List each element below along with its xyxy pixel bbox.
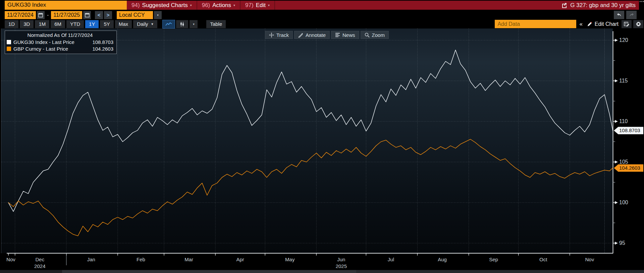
news-lines-icon [335, 33, 340, 37]
zoom-magnifier-icon [365, 33, 370, 38]
prev-period-button[interactable]: < [95, 11, 103, 19]
y-tick-arrow-icon [615, 242, 618, 245]
currency-select[interactable]: Local CCY [117, 11, 153, 19]
track-button[interactable]: Track [265, 31, 293, 39]
x-month-label: Jun [337, 257, 345, 262]
price-chart[interactable]: 95100105110115120NovDec2024JanFebMarAprM… [0, 29, 644, 270]
legend-row-gukg30[interactable]: GUKG30 Index - Last Price 108.8703 [7, 39, 113, 45]
range-btn-max[interactable]: Max [115, 20, 132, 28]
drag-handle-icon[interactable] [640, 1, 644, 2]
menu-label: Actions [212, 2, 231, 9]
range-btn-1y[interactable]: 1Y [85, 20, 99, 28]
x-month-label: Aug [438, 257, 447, 262]
range-btn-6m[interactable]: 6M [51, 20, 65, 28]
chart-type-dropdown-button[interactable]: ▾ [190, 20, 198, 28]
external-window-icon[interactable] [561, 2, 567, 8]
date-from-input[interactable]: 11/27/2024 [5, 11, 36, 19]
legend-row-gbp[interactable]: GBP Curncy - Last Price 104.2603 [7, 45, 113, 52]
chart-legend: Normalized As Of 11/27/2024 GUKG30 Index… [5, 31, 117, 54]
period-label: Daily [137, 20, 148, 28]
calendar-icon[interactable] [37, 11, 45, 19]
chevron-down-icon: ▾ [233, 3, 235, 7]
x-month-label: May [285, 257, 295, 262]
menu-number: 94) [131, 2, 140, 9]
price-flag-label: 104.2603 [619, 165, 640, 171]
legend-value: 108.8703 [92, 39, 113, 45]
candle-chart-type-button[interactable] [176, 20, 188, 28]
x-month-label: Nov [6, 257, 15, 262]
menu-strip: 94) Suggested Charts ▾ 96) Actions ▾ 97)… [127, 1, 639, 10]
range-btn-ytd[interactable]: YTD [66, 20, 84, 28]
range-btn-1m[interactable]: 1M [35, 20, 49, 28]
gear-icon[interactable] [633, 20, 643, 28]
next-period-button[interactable]: > [104, 11, 112, 19]
annotate-pencil-icon [298, 33, 303, 38]
chevron-down-icon: ▼ [151, 20, 154, 28]
menu-number: 97) [245, 2, 254, 9]
collapse-panel-button[interactable]: « [578, 21, 584, 28]
tool-label: News [342, 32, 355, 38]
legend-value: 104.2603 [92, 46, 113, 52]
redo-button[interactable] [626, 11, 637, 19]
ticker-input[interactable]: GUKG30 Index [5, 1, 127, 10]
chart-tools-strip: Track Annotate News Zoom [265, 31, 389, 39]
add-data-input[interactable]: Add Data [495, 20, 576, 28]
track-crosshair-icon [269, 33, 274, 38]
news-button[interactable]: News [331, 31, 359, 39]
y-tick-arrow-icon [615, 161, 618, 164]
x-month-label: Mar [184, 257, 193, 262]
menu-edit[interactable]: 97) Edit ▾ [240, 1, 275, 10]
annotate-button[interactable]: Annotate [294, 31, 330, 39]
y-tick-arrow-icon [615, 79, 618, 83]
y-tick-label: 95 [619, 240, 625, 246]
chevron-down-icon: ▾ [268, 3, 270, 7]
pencil-icon [587, 21, 592, 27]
edit-chart-label: Edit Chart [595, 21, 619, 27]
range-btn-5y[interactable]: 5Y [100, 20, 113, 28]
menu-actions[interactable]: 96) Actions ▾ [197, 1, 240, 10]
y-tick-arrow-icon [615, 201, 618, 204]
y-tick-label: 115 [619, 78, 628, 84]
table-button[interactable]: Table [206, 20, 226, 28]
menu-number: 96) [202, 2, 210, 9]
gukg30-swatch-icon [7, 40, 11, 44]
y-tick-arrow-icon [615, 120, 618, 123]
date-range-row: 11/27/2024 - 11/27/2025 < > Local CCY ▾ [0, 11, 644, 19]
y-tick-label: 100 [619, 200, 628, 205]
y-tick-label: 105 [619, 159, 628, 165]
x-month-label: Dec [35, 257, 44, 262]
menu-label: Suggested Charts [142, 2, 188, 9]
date-to-input[interactable]: 11/27/2025 [51, 11, 82, 19]
menu-label: Edit [256, 2, 266, 9]
chart-settings-note-icon[interactable] [622, 20, 632, 28]
calendar-icon[interactable] [83, 11, 91, 19]
range-btn-3d[interactable]: 3D [20, 20, 34, 28]
date-separator: - [46, 12, 50, 18]
tool-label: Zoom [372, 32, 385, 38]
period-select[interactable]: Daily ▼ [133, 20, 157, 28]
chevron-down-icon: ▾ [190, 3, 192, 7]
range-btn-1d[interactable]: 1D [5, 20, 18, 28]
line-chart-type-button[interactable] [163, 20, 175, 28]
chart-toolbar-row: 1D 3D 1M 6M YTD 1Y 5Y Max Daily ▼ ▾ Tabl… [0, 20, 644, 29]
tool-label: Track [276, 32, 289, 38]
chart-panel: 95100105110115120NovDec2024JanFebMarAprM… [0, 29, 644, 273]
x-year-label: 2024 [34, 263, 45, 269]
top-menu-bar: GUKG30 Index 94) Suggested Charts ▾ 96) … [0, 1, 644, 10]
page-title: G 327: gbp and 30 yr gilts [570, 2, 636, 9]
y-tick-arrow-icon [615, 39, 618, 42]
edit-chart-button[interactable]: Edit Chart [586, 21, 620, 27]
x-month-label: Feb [137, 257, 145, 262]
chart-title-bar: G 327: gbp and 30 yr gilts [558, 1, 639, 10]
currency-dropdown-button[interactable]: ▾ [154, 11, 162, 19]
price-flag-label: 108.8703 [619, 127, 640, 133]
gbp-swatch-icon [7, 47, 11, 51]
tool-label: Annotate [306, 32, 326, 38]
y-tick-label: 120 [619, 37, 628, 43]
plot-background [1, 29, 613, 253]
x-month-label: Sep [489, 257, 498, 262]
undo-button[interactable] [614, 11, 624, 19]
menu-suggested-charts[interactable]: 94) Suggested Charts ▾ [127, 1, 197, 10]
zoom-button[interactable]: Zoom [361, 31, 389, 39]
legend-label: GUKG30 Index - Last Price [13, 39, 90, 45]
